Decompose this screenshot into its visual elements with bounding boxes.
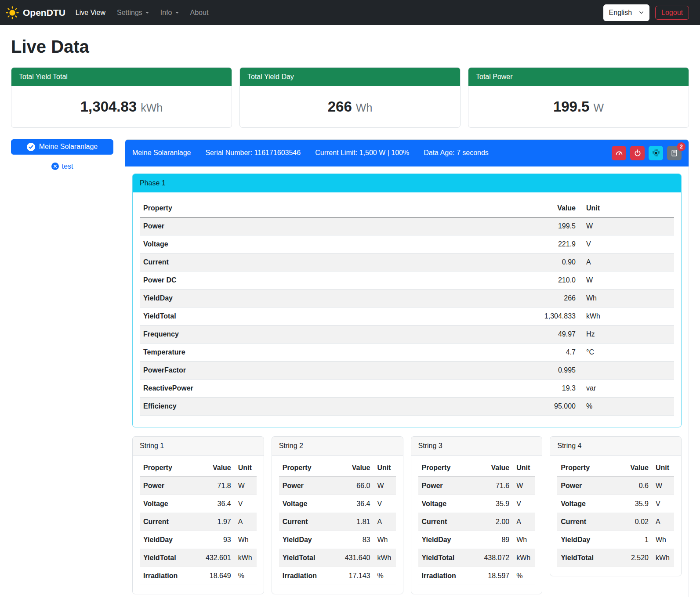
brand-link[interactable]: OpenDTU — [6, 6, 65, 20]
summary-card-unit: Wh — [356, 101, 373, 114]
x-circle-icon — [51, 163, 59, 170]
sun-icon — [6, 6, 19, 19]
property-value: 0.995 — [403, 361, 579, 379]
string-title: String 1 — [133, 437, 264, 456]
table-row: Power 71.8 W — [140, 477, 257, 495]
property-name: Irradiation — [279, 567, 332, 585]
device-info-button[interactable] — [649, 146, 663, 160]
property-name: Power — [557, 477, 615, 495]
table-row: Voltage 221.9 V — [140, 235, 674, 253]
property-name: Temperature — [140, 343, 403, 361]
property-unit: % — [374, 567, 396, 585]
property-name: YieldTotal — [140, 549, 193, 567]
property-unit: kWh — [579, 307, 674, 325]
speedometer-icon — [615, 149, 623, 157]
navbar-right: English Logout — [603, 4, 689, 21]
property-name: Current — [557, 513, 615, 531]
table-row: YieldTotal 432.601 kWh — [140, 549, 257, 567]
table-row: YieldDay 1 Wh — [557, 531, 674, 549]
string-body: Property Value Unit Power — [133, 456, 264, 594]
property-unit: V — [579, 235, 674, 253]
summary-card-total-yield-day: Total Yield Day 266Wh — [239, 67, 461, 128]
inverter-select-label: Meine Solaranlage — [39, 143, 98, 151]
string-body: Property Value Unit Power — [272, 456, 403, 594]
property-value: 35.9 — [471, 495, 513, 513]
property-unit: V — [235, 495, 257, 513]
string-card-2: String 2 Property Value Unit — [272, 436, 403, 594]
summary-card-body: 199.5W — [468, 86, 689, 127]
property-unit: kWh — [652, 549, 674, 567]
page-container: Live Data Total Yield Total 1,304.83kWh … — [0, 33, 700, 597]
table-row: ReactivePower 19.3 var — [140, 379, 674, 397]
property-name: YieldTotal — [279, 549, 332, 567]
event-log-button[interactable]: 2 — [667, 146, 682, 160]
summary-card-unit: W — [593, 101, 604, 114]
property-unit: var — [579, 379, 674, 397]
property-value: 18.649 — [193, 567, 235, 585]
property-value: 0.6 — [615, 477, 652, 495]
summary-card-unit: kWh — [141, 101, 163, 114]
power-button[interactable] — [630, 146, 645, 160]
property-value: 95.000 — [403, 397, 579, 415]
table-row: Irradiation 18.649 % — [140, 567, 257, 585]
column-header-property: Property — [557, 459, 615, 477]
property-name: Voltage — [557, 495, 615, 513]
nav-link-info-label: Info — [160, 7, 172, 18]
logout-button[interactable]: Logout — [655, 6, 689, 20]
table-row: Voltage 36.4 V — [279, 495, 396, 513]
table-row: YieldTotal 438.072 kWh — [418, 549, 535, 567]
property-name: Power — [140, 217, 403, 235]
page-title: Live Data — [11, 33, 689, 60]
property-value: 19.3 — [403, 379, 579, 397]
string-card-3: String 3 Property Value Unit — [411, 436, 543, 594]
property-unit: W — [579, 217, 674, 235]
column-header-property: Property — [418, 459, 472, 477]
property-value: 89 — [471, 531, 513, 549]
string-table: Property Value Unit Power — [279, 459, 396, 585]
table-row: Current 0.90 A — [140, 253, 674, 271]
table-row: YieldTotal 2.520 kWh — [557, 549, 674, 567]
property-unit: A — [374, 513, 396, 531]
property-unit: W — [374, 477, 396, 495]
inverter-select-test[interactable]: test — [11, 161, 113, 172]
column-header-property: Property — [140, 199, 403, 217]
nav-link-about[interactable]: About — [185, 4, 214, 22]
property-unit: V — [374, 495, 396, 513]
nav-link-live-view[interactable]: Live View — [70, 4, 111, 22]
nav-link-info[interactable]: Info — [155, 4, 185, 22]
property-value: 1.81 — [332, 513, 374, 531]
string-body: Property Value Unit Power — [411, 456, 542, 594]
column-header-value: Value — [471, 459, 513, 477]
property-name: YieldDay — [418, 531, 472, 549]
string-body: Property Value Unit Power — [550, 456, 681, 576]
property-unit: kWh — [235, 549, 257, 567]
property-value: 199.5 — [403, 217, 579, 235]
table-header-row: Property Value Unit — [140, 199, 674, 217]
property-name: YieldTotal — [418, 549, 472, 567]
property-unit: A — [652, 513, 674, 531]
language-select[interactable]: English — [603, 4, 649, 21]
string-card-1: String 1 Property Value Unit — [132, 436, 264, 594]
property-name: Voltage — [140, 235, 403, 253]
property-value: 93 — [193, 531, 235, 549]
column-header-unit: Unit — [579, 199, 674, 217]
inverter-select-button-active[interactable]: Meine Solaranlage — [11, 139, 113, 155]
property-unit: Wh — [235, 531, 257, 549]
string-title: String 2 — [272, 437, 403, 456]
property-unit: Wh — [513, 531, 535, 549]
table-row: Frequency 49.97 Hz — [140, 325, 674, 343]
property-name: Power — [279, 477, 332, 495]
inverter-name: Meine Solaranlage — [132, 148, 191, 158]
chevron-down-icon — [175, 12, 179, 14]
summary-card-body: 1,304.83kWh — [11, 86, 232, 127]
limit-settings-button[interactable] — [612, 146, 626, 160]
table-row: Irradiation 18.597 % — [418, 567, 535, 585]
property-name: YieldDay — [557, 531, 615, 549]
string-title: String 4 — [550, 437, 681, 456]
property-name: Power DC — [140, 271, 403, 289]
column-header-value: Value — [615, 459, 652, 477]
nav-link-settings[interactable]: Settings — [111, 4, 155, 22]
property-value: 4.7 — [403, 343, 579, 361]
property-name: Current — [140, 253, 403, 271]
property-name: Irradiation — [140, 567, 193, 585]
